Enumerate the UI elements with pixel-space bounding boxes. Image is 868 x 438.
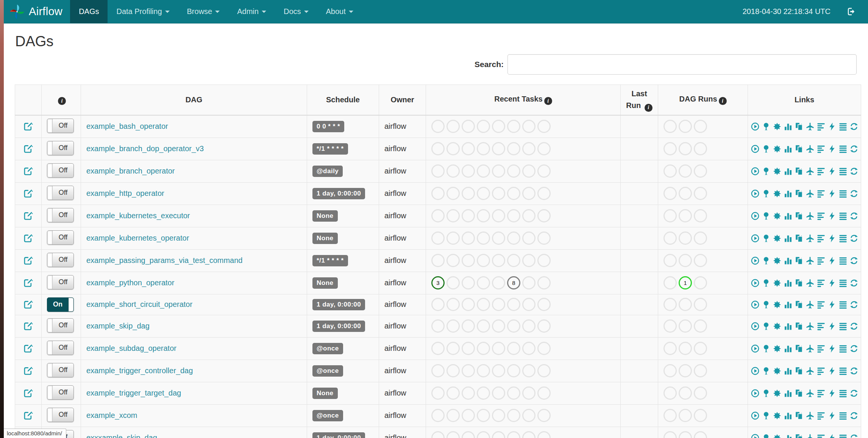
graph-view-icon[interactable] [773, 122, 782, 131]
task-state-circle[interactable] [507, 142, 520, 155]
pause-toggle[interactable]: Off [47, 363, 74, 377]
trigger-dag-icon[interactable] [751, 322, 760, 331]
task-state-circle[interactable] [446, 187, 460, 200]
pause-toggle[interactable]: Off [47, 163, 74, 178]
task-duration-icon[interactable] [784, 122, 793, 131]
task-state-circle[interactable] [431, 431, 445, 438]
task-tries-icon[interactable] [795, 344, 804, 353]
dag-link[interactable]: example_trigger_target_dag [86, 389, 181, 397]
task-details-icon[interactable] [838, 144, 848, 153]
task-state-circle[interactable] [446, 431, 460, 438]
pause-toggle[interactable]: Off [47, 253, 74, 267]
pause-toggle[interactable]: Off [47, 141, 74, 155]
task-state-circle[interactable]: 3 [431, 276, 445, 289]
dag-run-state-circle[interactable] [679, 364, 692, 377]
tree-view-icon[interactable] [762, 389, 771, 398]
task-state-circle[interactable] [477, 409, 490, 422]
task-state-circle[interactable] [492, 364, 505, 377]
task-state-circle[interactable] [522, 142, 535, 155]
task-state-circle[interactable] [477, 209, 490, 222]
task-tries-icon[interactable] [795, 411, 804, 420]
task-state-circle[interactable] [462, 276, 475, 289]
dag-run-state-circle[interactable] [679, 298, 692, 311]
task-state-circle[interactable] [507, 364, 520, 377]
trigger-dag-icon[interactable] [751, 122, 760, 131]
gantt-view-icon[interactable] [816, 256, 826, 265]
task-state-circle[interactable] [446, 254, 460, 267]
dag-edit-icon[interactable] [23, 299, 33, 310]
dag-run-state-circle[interactable] [694, 187, 707, 200]
task-state-circle[interactable] [462, 386, 475, 400]
tree-view-icon[interactable] [762, 278, 771, 288]
landing-times-icon[interactable] [806, 189, 815, 198]
task-state-circle[interactable] [477, 142, 490, 155]
dag-run-state-circle[interactable] [663, 386, 677, 400]
trigger-dag-icon[interactable] [751, 344, 760, 353]
pause-toggle[interactable]: Off [47, 119, 74, 133]
graph-view-icon[interactable] [773, 256, 782, 265]
tree-view-icon[interactable] [762, 344, 771, 353]
task-state-circle[interactable] [537, 187, 551, 200]
task-duration-icon[interactable] [784, 366, 793, 375]
task-state-circle[interactable] [492, 319, 505, 333]
task-state-circle[interactable] [446, 232, 460, 245]
task-state-circle[interactable] [522, 319, 535, 333]
task-state-circle[interactable] [462, 142, 475, 155]
task-duration-icon[interactable] [784, 389, 793, 398]
dag-link[interactable]: example_branch_dop_operator_v3 [86, 144, 204, 153]
dag-run-state-circle[interactable] [679, 319, 692, 333]
refresh-icon[interactable] [849, 278, 859, 288]
task-state-circle[interactable] [507, 409, 520, 422]
dag-run-state-circle[interactable] [679, 209, 692, 222]
gantt-view-icon[interactable] [816, 211, 826, 221]
task-duration-icon[interactable] [784, 167, 793, 176]
gantt-view-icon[interactable] [816, 322, 826, 331]
gantt-view-icon[interactable] [816, 167, 826, 176]
trigger-dag-icon[interactable] [751, 211, 760, 221]
task-duration-icon[interactable] [784, 278, 793, 288]
gantt-view-icon[interactable] [816, 300, 826, 309]
graph-view-icon[interactable] [773, 189, 782, 198]
dag-link[interactable]: example_short_circuit_operator [86, 300, 192, 308]
task-tries-icon[interactable] [795, 167, 804, 176]
task-state-circle[interactable] [507, 386, 520, 400]
tree-view-icon[interactable] [762, 300, 771, 309]
task-state-circle[interactable] [446, 364, 460, 377]
task-state-circle[interactable] [537, 232, 551, 245]
refresh-icon[interactable] [849, 411, 859, 420]
task-state-circle[interactable] [537, 431, 551, 438]
refresh-icon[interactable] [849, 144, 859, 153]
nav-item-data-profiling[interactable]: Data Profiling [108, 0, 178, 23]
graph-view-icon[interactable] [773, 344, 782, 353]
task-state-circle[interactable] [537, 342, 551, 355]
task-state-circle[interactable] [446, 319, 460, 333]
task-state-circle[interactable] [507, 209, 520, 222]
dag-edit-icon[interactable] [23, 255, 33, 266]
dag-run-state-circle[interactable] [663, 342, 677, 355]
dag-link[interactable]: example_python_operator [86, 278, 174, 287]
task-state-circle[interactable] [431, 187, 445, 200]
task-state-circle[interactable] [477, 364, 490, 377]
task-state-circle[interactable] [522, 120, 535, 133]
trigger-dag-icon[interactable] [751, 366, 760, 375]
dag-edit-icon[interactable] [23, 188, 33, 199]
dag-link[interactable]: exxxample_skip_dag [86, 433, 157, 438]
trigger-dag-icon[interactable] [751, 144, 760, 153]
graph-view-icon[interactable] [773, 278, 782, 288]
dag-run-state-circle[interactable] [679, 431, 692, 438]
task-details-icon[interactable] [838, 167, 848, 176]
tree-view-icon[interactable] [762, 144, 771, 153]
code-view-icon[interactable] [827, 256, 837, 265]
gantt-view-icon[interactable] [816, 234, 826, 243]
task-state-circle[interactable] [522, 431, 535, 438]
dag-run-state-circle[interactable] [679, 164, 692, 178]
task-state-circle[interactable] [507, 298, 520, 311]
dag-edit-icon[interactable] [23, 410, 33, 421]
dag-edit-icon[interactable] [23, 233, 33, 243]
dag-run-state-circle[interactable] [679, 386, 692, 400]
refresh-icon[interactable] [849, 234, 859, 243]
task-tries-icon[interactable] [795, 122, 804, 131]
task-duration-icon[interactable] [784, 344, 793, 353]
graph-view-icon[interactable] [773, 389, 782, 398]
landing-times-icon[interactable] [806, 144, 815, 153]
